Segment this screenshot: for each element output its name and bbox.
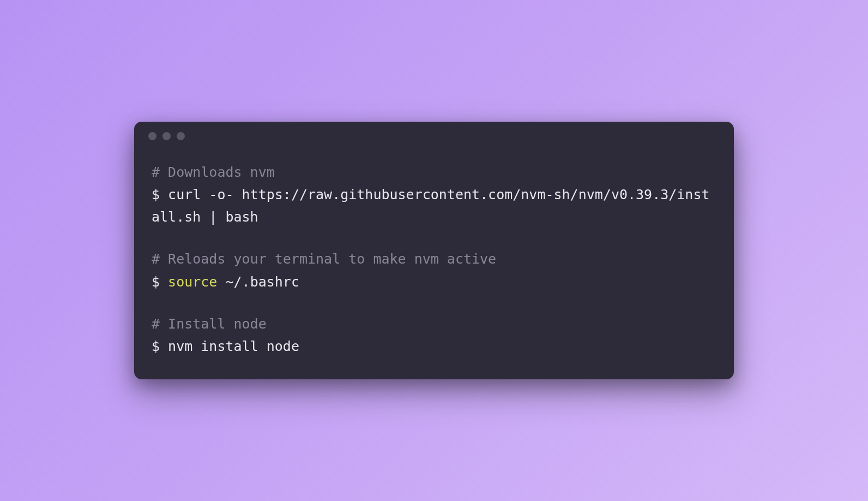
code-comment: # Downloads nvm (152, 161, 716, 183)
title-bar (134, 122, 734, 151)
shell-prompt: $ (152, 338, 168, 354)
code-line: $ curl -o- https://raw.githubusercontent… (152, 183, 716, 229)
shell-command: ~/.bashrc (217, 274, 299, 290)
close-icon[interactable] (148, 132, 156, 140)
shell-command: nvm install node (168, 338, 299, 354)
minimize-icon[interactable] (162, 132, 171, 140)
shell-keyword: source (168, 274, 217, 290)
shell-command: curl -o- https://raw.githubusercontent.c… (152, 187, 710, 225)
code-comment: # Install node (152, 313, 716, 335)
code-comment: # Reloads your terminal to make nvm acti… (152, 248, 716, 270)
shell-prompt: $ (152, 187, 168, 202)
code-line: $ source ~/.bashrc (152, 271, 716, 293)
terminal-block: # Downloads nvm $ curl -o- https://raw.g… (152, 161, 716, 229)
code-line: $ nvm install node (152, 335, 716, 357)
terminal-window: # Downloads nvm $ curl -o- https://raw.g… (134, 122, 734, 380)
terminal-block: # Install node $ nvm install node (152, 313, 716, 358)
shell-prompt: $ (152, 274, 168, 290)
terminal-body[interactable]: # Downloads nvm $ curl -o- https://raw.g… (134, 151, 734, 380)
terminal-block: # Reloads your terminal to make nvm acti… (152, 248, 716, 293)
maximize-icon[interactable] (177, 132, 185, 140)
